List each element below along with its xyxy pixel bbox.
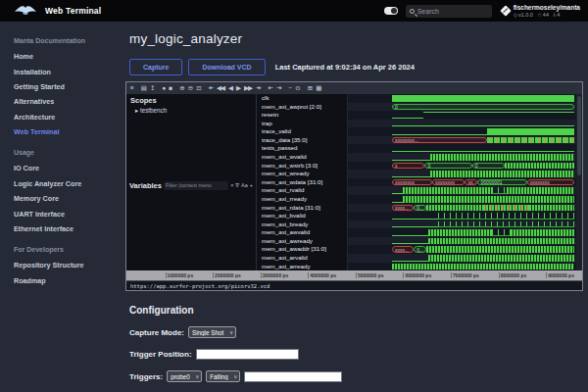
sidebar-item-repository-structure[interactable]: Repository Structure	[14, 258, 112, 272]
signal-name-trap[interactable]: trap	[257, 120, 347, 128]
wave-segment: 0	[472, 163, 505, 170]
waveform-row-resetn[interactable]	[348, 111, 582, 120]
waveform-row-clk[interactable]	[348, 94, 582, 103]
settings-icon[interactable]: ▦	[316, 82, 320, 94]
signal-name-mem-axi-bvalid[interactable]: mem_axi_bvalid	[257, 212, 347, 220]
skip-start-icon[interactable]: ↞	[209, 82, 213, 94]
search-box[interactable]: Search	[406, 5, 492, 18]
signal-name-mem-axi-bready[interactable]: mem_axi_bready	[257, 220, 347, 229]
waveform-row-mem-axi-awvalid[interactable]	[348, 228, 582, 237]
theme-toggle-icon[interactable]	[384, 7, 398, 15]
step-backward-icon[interactable]: ◀	[228, 82, 232, 94]
fast-backward-icon[interactable]: ◀◀	[217, 82, 224, 94]
sidebar-item-architecture[interactable]: Architecture	[14, 110, 112, 124]
sidebar-item-io-core[interactable]: IO Core	[14, 161, 112, 175]
sidebar-item-home[interactable]: Home	[14, 49, 112, 64]
sidebar-item-getting-started[interactable]: Getting Started	[14, 79, 112, 94]
remove-cursor-icon[interactable]: −	[288, 82, 291, 94]
signal-name-mem-axi-rvalid[interactable]: mem_axi_rvalid	[257, 186, 347, 195]
signal-name-clk[interactable]: clk	[257, 94, 347, 103]
skip-end-icon[interactable]: ↠	[256, 82, 260, 94]
signal-name-mem-axi-arvalid[interactable]: mem_axi_arvalid	[257, 254, 347, 263]
waveform-row-mem-axi-awready[interactable]	[348, 237, 582, 246]
waveform-row-mem-axi-rdata-31-0[interactable]: xxxx...0...	[348, 204, 582, 213]
waveform-canvas[interactable]: 0xxxxxxxx...x00xxxxxxxxxxxxxxxxxx...0000…	[348, 94, 582, 270]
waveform-row-mem-axi-awaddr-31-0[interactable]: xxxx...0...	[348, 245, 582, 254]
waveform-row-mem-axi-wdata-31-0[interactable]: xxxxxxxxxxxxxxxxxx...00000001xxxxxxxx	[348, 178, 582, 187]
signal-name-resetn[interactable]: resetn	[257, 111, 347, 120]
step-forward-icon[interactable]: ▶	[236, 82, 240, 94]
waveform-row-mem-axi-wvalid[interactable]	[348, 153, 582, 162]
signal-name-mem-axi-arready[interactable]: mem_axi_arready	[257, 263, 347, 271]
sidebar-item-ethernet-interface[interactable]: Ethernet Interface	[14, 221, 112, 236]
capture-button[interactable]: Capture	[129, 59, 182, 75]
capture-mode-select[interactable]: Single Shot	[188, 326, 236, 338]
trigger-edge-select[interactable]: Falling	[206, 370, 240, 382]
waveform-row-tests-passed[interactable]	[348, 144, 582, 153]
sidebar-item-installation[interactable]: Installation	[14, 64, 112, 78]
waveform-row-mem-axi-arvalid[interactable]	[348, 254, 582, 263]
sidebar-item-alternatives[interactable]: Alternatives	[14, 94, 112, 109]
waveform-row-mem-axi-bready[interactable]	[348, 220, 582, 229]
waveform-row-mem-axi-wstrb-3-0[interactable]: x00	[348, 162, 582, 171]
record-icon[interactable]: ●	[162, 82, 165, 94]
zoom-fit-icon[interactable]: ⊡	[196, 82, 200, 94]
clear-filter-icon[interactable]: ×	[230, 182, 233, 188]
signal-name-tests-passed[interactable]: tests_passed	[257, 144, 347, 153]
load-url-icon[interactable]: ↥	[150, 82, 154, 94]
trigger-value-input[interactable]	[244, 371, 342, 382]
signal-name-mem-axi-rready[interactable]: mem_axi_rready	[257, 195, 347, 204]
waveform-row-trap[interactable]	[348, 120, 582, 128]
signal-name-trace-data-35-0[interactable]: trace_data [35:0]	[257, 136, 347, 145]
download-vcd-button[interactable]: Download VCD	[188, 59, 265, 75]
viewer-url: https://app.surfer-project.org/picorv32.…	[130, 283, 270, 289]
wave-segment	[392, 160, 430, 161]
waveform-row-trace-data-35-0[interactable]: xxxxxxxx...	[348, 136, 582, 145]
waveform-row-mem-axi-rready[interactable]	[348, 195, 582, 204]
sidebar-item-roadmap[interactable]: Roadmap	[14, 273, 112, 288]
waveform-row-mem-axi-bvalid[interactable]	[348, 212, 582, 220]
waveform-row-mem-axi-awprot-2-0[interactable]: 0	[348, 103, 582, 112]
filter-type-icon[interactable]: ∇	[235, 182, 239, 188]
variable-filter-input[interactable]	[164, 181, 228, 190]
last-captured-text: Last Captured at 9:02:34 on Apr 26 2024	[275, 63, 415, 72]
signal-name-mem-axi-wvalid[interactable]: mem_axi_wvalid	[257, 153, 347, 162]
signal-name-mem-axi-wready[interactable]: mem_axi_wready	[257, 170, 347, 178]
waveform-scrollbar[interactable]	[576, 94, 582, 270]
menu-icon[interactable]: ≡	[130, 82, 133, 94]
add-variable-icon[interactable]: +	[250, 182, 253, 188]
signal-name-trace-valid[interactable]: trace_valid	[257, 127, 347, 136]
repo-link[interactable]: fischermoseley/manta ◇v1.0.0☆44Y4	[502, 4, 580, 19]
signal-name-mem-axi-awprot-2-0[interactable]: mem_axi_awprot [2:0]	[257, 103, 347, 112]
waveform-row-mem-axi-arready[interactable]	[348, 263, 582, 271]
zoom-out-icon[interactable]: ⊖	[188, 82, 192, 94]
wave-segment	[430, 171, 574, 177]
open-file-icon[interactable]: ▤	[141, 82, 146, 94]
scope-item-testbench[interactable]: ▸ testbench	[126, 106, 256, 114]
sidebar-item-uart-interface[interactable]: UART Interface	[14, 206, 112, 220]
trigger-position-label: Trigger Position:	[129, 350, 192, 359]
signal-name-mem-axi-awvalid[interactable]: mem_axi_awvalid	[257, 228, 347, 237]
next-transition-icon[interactable]: ⇥	[276, 82, 280, 94]
signal-name-mem-axi-awready[interactable]: mem_axi_awready	[257, 237, 347, 246]
prev-transition-icon[interactable]: ⇤	[269, 82, 272, 94]
waveform-row-mem-axi-rvalid[interactable]	[348, 186, 582, 195]
waveform-row-mem-axi-wready[interactable]	[348, 170, 582, 178]
trigger-probe-select[interactable]: probe0	[167, 370, 202, 382]
waveform-row-trace-valid[interactable]	[348, 127, 582, 136]
case-sensitive-icon[interactable]: Aa	[241, 182, 248, 188]
signal-name-mem-axi-awaddr-31-0[interactable]: mem_axi_awaddr [31:0]	[257, 245, 347, 254]
sidebar-item-web-terminal[interactable]: Web Terminal	[14, 124, 112, 139]
signal-name-mem-axi-wstrb-3-0[interactable]: mem_axi_wstrb [3:0]	[257, 162, 347, 171]
stop-icon[interactable]: ■	[169, 82, 172, 94]
trigger-position-input[interactable]	[196, 349, 299, 360]
time-units-icon[interactable]: ⊙	[295, 82, 299, 94]
add-marker-icon[interactable]: ⊞	[308, 82, 312, 94]
sidebar-item-memory-core[interactable]: Memory Core	[14, 191, 112, 206]
signal-name-mem-axi-wdata-31-0[interactable]: mem_axi_wdata [31:0]	[257, 178, 347, 187]
sidebar-item-logic-analyzer-core[interactable]: Logic Analyzer Core	[14, 176, 112, 191]
timeline[interactable]: 1000000 ps2000000 ps3000000 ps4000000 ps…	[126, 270, 582, 280]
zoom-in-icon[interactable]: ⊕	[179, 82, 183, 94]
fast-forward-icon[interactable]: ▶▶	[244, 82, 252, 94]
signal-name-mem-axi-rdata-31-0[interactable]: mem_axi_rdata [31:0]	[257, 204, 347, 213]
